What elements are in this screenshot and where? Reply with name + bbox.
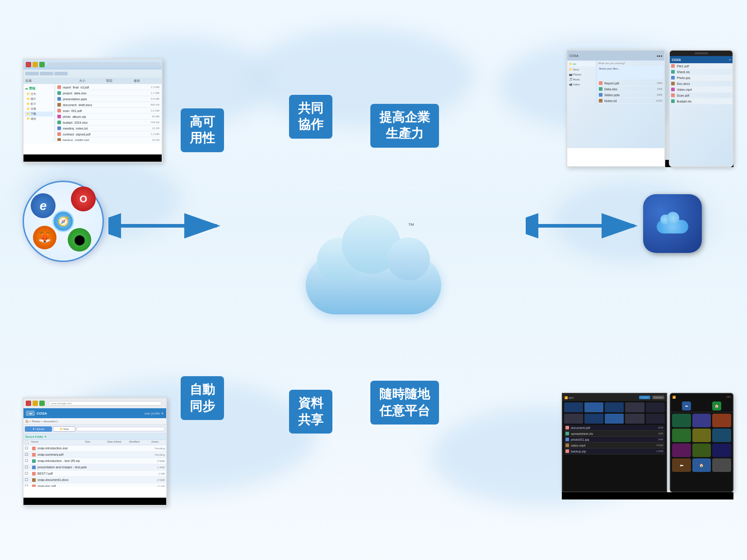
- left-arrow: [108, 212, 226, 239]
- bg-cloud-2: [248, 27, 474, 126]
- feature-anytime-anywhere: 隨時隨地任意平台: [370, 381, 439, 425]
- right-arrow: [526, 212, 643, 239]
- feature-collaboration: 共同協作: [289, 95, 332, 139]
- browser-circle: e O 🦊 ⬤ 🧭: [23, 181, 104, 262]
- feature-data-sharing: 資料共享: [289, 390, 332, 434]
- feature-productivity: 提高企業生產力: [370, 104, 439, 148]
- android-screenshot-area: 📶 WiFi Folder Source: [562, 393, 733, 510]
- windows-mac-label: [23, 154, 162, 162]
- feature-auto-sync: 自動同步: [181, 376, 224, 420]
- tm-mark: ™: [408, 222, 414, 229]
- ios-app-icon: [643, 194, 702, 253]
- windows-mac-screenshot: 名稱 大小 類型 修改 ☁ 雲端 📁 文件 📁 圖片 📁 影片 📁 音樂 📁 下…: [23, 59, 163, 163]
- center-cloud-area: ™: [306, 219, 441, 318]
- feature-high-availability: 高可用性: [181, 108, 224, 152]
- web-interface-label: [23, 498, 166, 505]
- android-agent-label: [562, 492, 733, 499]
- web-interface-screenshot: cosa.storage.com ☁ COSA user profile ▼ 🏠…: [23, 397, 167, 506]
- ios-screenshot-area: COSA ●●● 📁 All 📁 Docs 📷 Photos 🎵 Music 📹…: [566, 50, 733, 167]
